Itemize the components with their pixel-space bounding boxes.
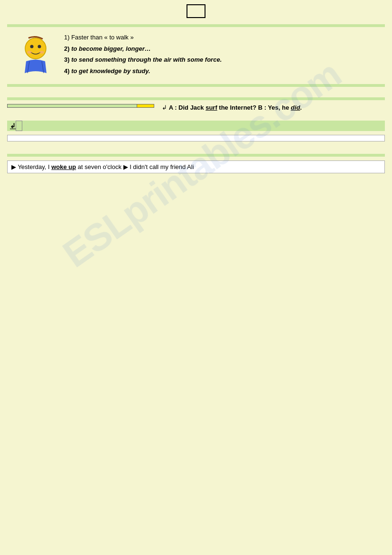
section1-header (7, 24, 385, 27)
example-line: ↲ A : Did Jack surf the Internet? B : Ye… (162, 104, 385, 111)
svg-point-0 (25, 38, 46, 59)
jacks-weekend-table (7, 104, 154, 108)
jacks-header (8, 104, 137, 108)
clue-1: 1) Faster than « to walk » (64, 33, 385, 42)
svg-point-3 (27, 51, 32, 54)
svg-point-4 (39, 51, 44, 54)
example-text: A : Did Jack surf the Internet? B : Yes,… (169, 104, 302, 111)
jacks-table-area (7, 104, 154, 114)
svg-point-2 (38, 45, 41, 48)
clue-3: 3) to send something through the air wit… (64, 55, 385, 65)
clues-area: 1) Faster than « to walk » 2) to become … (64, 31, 385, 77)
page-title (7, 7, 385, 16)
clue-2: 2) to become bigger, longer… (64, 44, 385, 54)
section3-header (7, 97, 385, 100)
section5-example: ▶ Yesterday, I woke up at seven o'clock … (7, 160, 385, 173)
svg-point-1 (30, 45, 34, 48)
section4-sub (16, 121, 22, 131)
section5-header (7, 154, 385, 157)
illustration-area (17, 31, 55, 77)
character-illustration (19, 35, 52, 73)
section4-header: ↲ (7, 121, 385, 131)
check-header (137, 104, 154, 108)
section2-header (7, 84, 385, 87)
verbs-box (7, 135, 385, 141)
clue-4: 4) to get knowledge by study. (64, 66, 385, 76)
section3-right: ↲ A : Did Jack surf the Internet? B : Ye… (162, 104, 385, 114)
section3-body: ↲ A : Did Jack surf the Internet? B : Ye… (7, 104, 385, 114)
section1-body: 1) Faster than « to walk » 2) to become … (7, 31, 385, 77)
